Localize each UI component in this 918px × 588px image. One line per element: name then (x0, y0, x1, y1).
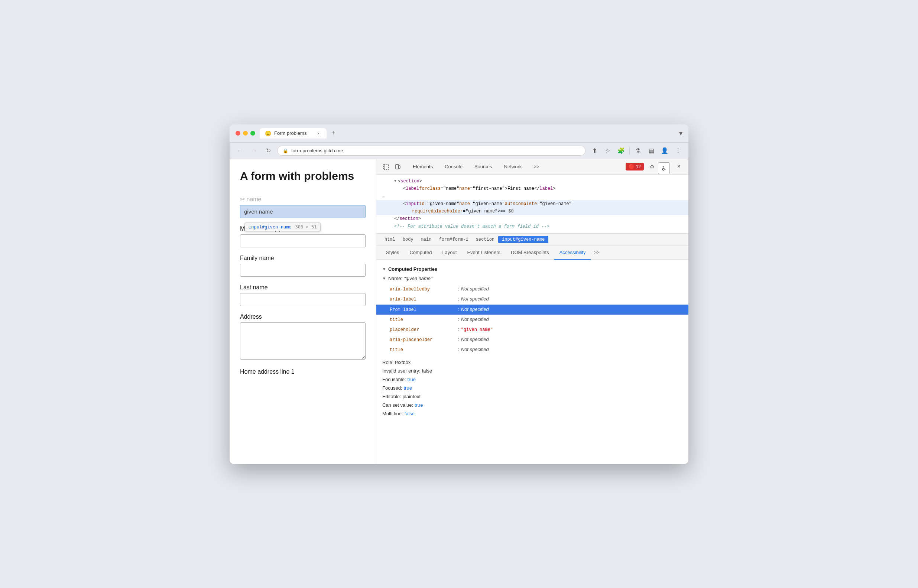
form-panel: A form with problems input#given-name 30… (230, 159, 377, 464)
attr-required: required (412, 208, 433, 215)
breadcrumb-input[interactable]: input#given-name (498, 236, 548, 243)
close-devtools-icon[interactable]: × (674, 162, 684, 172)
collapse-triangle[interactable]: ▼ (394, 178, 396, 184)
breadcrumb-main[interactable]: main (417, 236, 435, 243)
forward-button[interactable]: → (249, 145, 259, 156)
tab-elements[interactable]: Elements (407, 162, 438, 171)
sub-tab-computed[interactable]: Computed (404, 246, 437, 260)
home-address-field-group: Home address line 1 (240, 368, 365, 375)
focusable-row: Focusable: true (377, 375, 688, 384)
given-name-input[interactable] (240, 205, 365, 218)
middle-name-input[interactable] (240, 234, 365, 247)
breadcrumb-html[interactable]: html (381, 236, 399, 243)
sub-tab-styles[interactable]: Styles (381, 246, 404, 260)
reload-button[interactable]: ↻ (263, 145, 273, 156)
family-name-input[interactable] (240, 264, 365, 277)
sub-tab-overflow[interactable]: >> (591, 246, 602, 259)
class-val: name (446, 185, 457, 192)
placeholder-row: placeholder : "given name" (377, 325, 688, 335)
given-name-field-group: ✂ name (240, 196, 365, 218)
code-line-input[interactable]: <input id="given-name" name="given-name"… (377, 200, 688, 208)
focused-label: Focused: (382, 385, 402, 391)
from-label-value: Not specified (461, 306, 489, 313)
role-value: textbox (395, 360, 411, 365)
code-ellipsis[interactable]: … (377, 192, 688, 200)
main-content: A form with problems input#given-name 30… (230, 159, 688, 464)
breadcrumb-form[interactable]: form#form-1 (435, 236, 472, 243)
tab-close-button[interactable]: × (315, 130, 322, 136)
attr-id: id (419, 200, 424, 208)
element-tooltip: input#given-name 306 × 51 (244, 223, 321, 231)
url-bar[interactable]: 🔒 form-problems.glitch.me (277, 145, 585, 156)
tooltip-size: 306 × 51 (295, 225, 317, 229)
lab-icon[interactable]: ⚗ (633, 145, 643, 156)
colon: : (458, 295, 459, 303)
aria-label-value: Not specified (461, 295, 489, 303)
can-set-value-label: Can set value: (382, 402, 413, 408)
settings-icon[interactable]: ⚙ (647, 162, 657, 172)
computed-properties-header[interactable]: ▼ Computed Properties (377, 264, 688, 274)
title-bar: 😐 Form problems × + ▾ (230, 124, 688, 143)
new-tab-button[interactable]: + (328, 128, 338, 139)
editable-label: Editable: (382, 394, 401, 399)
extension-icon[interactable]: 🧩 (616, 145, 626, 156)
account-icon[interactable]: 👤 (659, 145, 670, 156)
tag-section: section (401, 178, 419, 185)
title-row-2: title : Not specified (377, 345, 688, 355)
back-button[interactable]: ← (235, 145, 245, 156)
aria-labelledby-row: aria-labelledby : Not specified (377, 284, 688, 294)
device-toggle-icon[interactable] (393, 162, 403, 172)
tab-console[interactable]: Console (440, 162, 468, 171)
name-label: Name: (388, 276, 402, 281)
sub-tab-dom-breakpoints[interactable]: DOM Breakpoints (506, 246, 554, 260)
tag-bracket: </ (394, 215, 399, 223)
maximize-traffic-light[interactable] (251, 131, 255, 136)
devtools-tabs: Elements Console Sources Network >> (407, 162, 544, 171)
colon: : (458, 306, 459, 313)
sidebar-icon[interactable]: ▤ (646, 145, 656, 156)
code-line-section-open[interactable]: ▼ <section> (377, 178, 688, 185)
sub-tab-layout[interactable]: Layout (437, 246, 462, 260)
invalid-row: Invalid user entry: false (377, 367, 688, 375)
tab-overflow-button[interactable]: ▾ (679, 129, 682, 137)
placeholder-name: placeholder (390, 326, 457, 334)
tab-network[interactable]: Network (499, 162, 527, 171)
active-tab[interactable]: 😐 Form problems × (260, 128, 326, 139)
breadcrumb-section[interactable]: section (472, 236, 498, 243)
select-element-icon[interactable] (381, 162, 391, 172)
code-line-section-close[interactable]: </section> (377, 215, 688, 223)
share-icon[interactable]: ⬆ (589, 145, 600, 156)
colon: : (458, 336, 459, 344)
aria-placeholder-value: Not specified (461, 336, 489, 344)
sub-tab-event-listeners[interactable]: Event Listeners (462, 246, 506, 260)
address-textarea[interactable] (240, 322, 365, 360)
tab-sources[interactable]: Sources (469, 162, 498, 171)
can-set-value-value: true (415, 402, 423, 408)
label-text: First name (507, 185, 534, 192)
more-button[interactable]: ⋮ (673, 145, 683, 156)
aria-placeholder-name: aria-placeholder (390, 336, 457, 344)
family-name-field-group: Family name (240, 255, 365, 277)
error-badge[interactable]: 🔴 12 (625, 163, 644, 171)
minimize-traffic-light[interactable] (243, 131, 248, 136)
last-name-field-group: Last name (240, 284, 365, 306)
breadcrumb-body[interactable]: body (399, 236, 417, 243)
code-line-label[interactable]: <label for class="name" name="first-name… (377, 185, 688, 192)
close-traffic-light[interactable] (236, 131, 240, 136)
colon: : (458, 316, 459, 323)
accessibility-person-icon[interactable]: ♿ (658, 162, 670, 174)
sub-tab-accessibility[interactable]: Accessibility (554, 246, 591, 260)
code-line-input-cont[interactable]: required placeholder="given name"> == $0 (377, 208, 688, 215)
title-value-2: Not specified (461, 346, 489, 354)
tag-section-close: section (399, 215, 418, 223)
tag-bracket: < (398, 178, 401, 185)
tab-overflow[interactable]: >> (528, 162, 544, 171)
bookmark-icon[interactable]: ☆ (603, 145, 613, 156)
title-row-1: title : Not specified (377, 315, 688, 325)
family-name-label: Family name (240, 255, 365, 262)
tab-bar: 😐 Form problems × + ▾ (260, 128, 682, 139)
tag-label: label (406, 185, 419, 192)
last-name-input[interactable] (240, 293, 365, 306)
multi-line-label: Multi-line: (382, 411, 403, 417)
tag-bracket: > (505, 185, 507, 192)
